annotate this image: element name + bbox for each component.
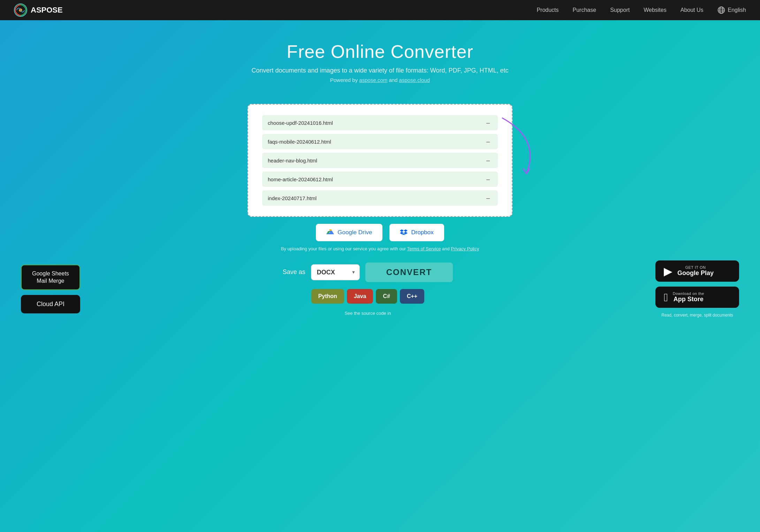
apple-icon: : [664, 292, 668, 303]
file-name: choose-updf-20241016.html: [268, 120, 333, 126]
convert-button[interactable]: CONVERT: [365, 263, 453, 282]
language-label: English: [728, 7, 746, 13]
format-select[interactable]: DOCX PDF HTML JPG PNG TXT XLSX: [311, 264, 360, 280]
hero-section: Free Online Converter Convert documents …: [0, 20, 760, 93]
nav-websites[interactable]: Websites: [644, 7, 667, 13]
subtitle-text: Convert documents and images to a wide v…: [7, 67, 753, 74]
google-play-get-it: GET IT ON: [677, 265, 714, 269]
google-play-button[interactable]: ▶ GET IT ON Google Play: [655, 260, 739, 282]
nav-products[interactable]: Products: [537, 7, 558, 13]
terms-of-service-link[interactable]: Terms of Service: [407, 246, 441, 251]
file-name: header-nav-blog.html: [268, 158, 317, 164]
remove-file-0-button[interactable]: –: [484, 119, 492, 127]
aspose-cloud-link[interactable]: aspose.cloud: [399, 77, 430, 83]
save-as-label: Save as: [283, 268, 305, 276]
page-title: Free Online Converter: [7, 41, 753, 62]
file-item: home-article-20240612.html –: [262, 172, 498, 187]
google-drive-label: Google Drive: [337, 229, 372, 236]
nav-purchase[interactable]: Purchase: [573, 7, 596, 13]
cpp-button[interactable]: C++: [400, 289, 424, 304]
csharp-button[interactable]: C#: [376, 289, 397, 304]
logo-link[interactable]: ASPOSE: [14, 3, 63, 17]
google-drive-button[interactable]: Google Drive: [316, 224, 382, 241]
file-item: index-20240717.html –: [262, 190, 498, 206]
python-button[interactable]: Python: [311, 289, 344, 304]
google-play-icon: ▶: [664, 266, 672, 277]
logo-icon: [14, 3, 27, 17]
nav-support[interactable]: Support: [610, 7, 630, 13]
right-buttons: ▶ GET IT ON Google Play  Download on th…: [655, 260, 739, 318]
privacy-policy-link[interactable]: Privacy Policy: [451, 246, 479, 251]
navbar-links: Products Purchase Support Websites About…: [537, 7, 703, 13]
remove-file-1-button[interactable]: –: [484, 137, 492, 146]
navbar: ASPOSE Products Purchase Support Website…: [0, 0, 760, 20]
app-store-get-it: Download on the: [673, 291, 704, 296]
upload-area[interactable]: choose-updf-20241016.html – faqs-mobile-…: [248, 104, 512, 217]
dropbox-icon: [400, 229, 408, 236]
app-store-text: Download on the App Store: [673, 291, 704, 303]
nav-about[interactable]: About Us: [681, 7, 704, 13]
remove-file-3-button[interactable]: –: [484, 175, 492, 183]
aspose-com-link[interactable]: aspose.com: [359, 77, 387, 83]
bottom-row: Google SheetsMail Merge Cloud API Save a…: [0, 257, 760, 325]
file-name: faqs-mobile-20240612.html: [268, 139, 331, 145]
app-store-description: Read, convert, merge, split documents: [655, 313, 739, 318]
conversion-area: Save as DOCX PDF HTML JPG PNG TXT XLSX C…: [283, 263, 453, 316]
save-as-row: Save as DOCX PDF HTML JPG PNG TXT XLSX C…: [283, 263, 453, 282]
left-buttons: Google SheetsMail Merge Cloud API: [21, 265, 80, 314]
google-play-text: GET IT ON Google Play: [677, 265, 714, 277]
dropbox-label: Dropbox: [411, 229, 433, 236]
file-item: choose-updf-20241016.html –: [262, 115, 498, 130]
globe-icon: [717, 6, 725, 14]
file-item: header-nav-blog.html –: [262, 153, 498, 168]
app-store-button[interactable]:  Download on the App Store: [655, 287, 739, 308]
file-name: index-20240717.html: [268, 195, 317, 201]
remove-file-2-button[interactable]: –: [484, 156, 492, 165]
terms-text: By uploading your files or using our ser…: [0, 246, 760, 251]
google-sheets-mail-merge-button[interactable]: Google SheetsMail Merge: [21, 265, 80, 290]
cloud-api-button[interactable]: Cloud API: [21, 295, 80, 313]
file-name: home-article-20240612.html: [268, 176, 333, 182]
format-select-wrapper[interactable]: DOCX PDF HTML JPG PNG TXT XLSX: [311, 264, 360, 280]
language-selector[interactable]: English: [717, 6, 746, 14]
file-list: choose-updf-20241016.html – faqs-mobile-…: [262, 115, 498, 206]
google-play-name: Google Play: [677, 269, 714, 277]
logo-text: ASPOSE: [31, 6, 63, 15]
file-item: faqs-mobile-20240612.html –: [262, 134, 498, 149]
language-buttons-row: Python Java C# C++: [311, 289, 425, 304]
java-button[interactable]: Java: [347, 289, 373, 304]
dropbox-button[interactable]: Dropbox: [389, 224, 444, 241]
cloud-buttons-row: Google Drive Dropbox: [0, 224, 760, 241]
remove-file-4-button[interactable]: –: [484, 194, 492, 202]
app-store-name: App Store: [673, 296, 704, 303]
google-drive-icon: [326, 229, 334, 236]
powered-text: Powered by aspose.com and aspose.cloud: [7, 77, 753, 83]
source-code-text: See the source code in: [344, 311, 391, 316]
